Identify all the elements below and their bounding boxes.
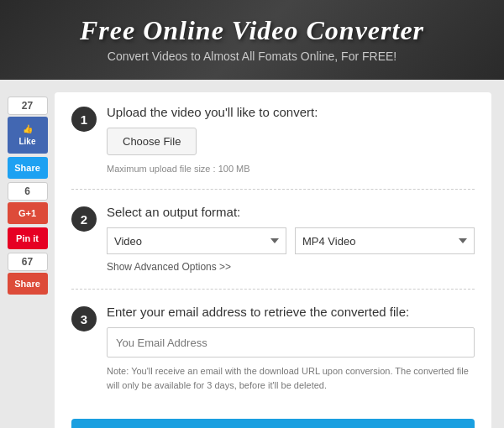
step-1: 1 Upload the video you'll like to conver…: [71, 105, 475, 174]
like-group: 27 👍 Like: [8, 97, 48, 154]
step-2-title: Select an output format:: [107, 205, 475, 219]
step-1-title: Upload the video you'll like to convert:: [107, 105, 475, 119]
share-button[interactable]: Share: [8, 273, 48, 295]
gplus-group: 6 G+1: [8, 182, 48, 224]
step-divider-1: [71, 189, 475, 190]
like-count: 27: [8, 97, 48, 115]
thumb-icon: 👍: [23, 124, 33, 133]
content-panel: 1 Upload the video you'll like to conver…: [55, 92, 491, 428]
share-label: Share: [14, 279, 40, 289]
step-1-content: Upload the video you'll like to convert:…: [107, 105, 475, 174]
step-3-number: 3: [71, 306, 97, 331]
file-size-note: Maximum upload file size : 100 MB: [107, 164, 475, 174]
step-3-title: Enter your email address to retrieve the…: [107, 305, 475, 319]
step-3: 3 Enter your email address to retrieve t…: [71, 305, 475, 404]
email-input[interactable]: [107, 327, 475, 358]
share-count: 67: [8, 253, 48, 271]
pinterest-group: Pin it: [8, 227, 48, 249]
choose-file-button[interactable]: Choose File: [107, 128, 197, 155]
facebook-like-button[interactable]: 👍 Like: [8, 117, 48, 154]
format-row: Video Audio Image MP4 Video AVI Video MO…: [107, 227, 475, 254]
twitter-share-button[interactable]: Share: [8, 157, 48, 179]
format-codec-select[interactable]: MP4 Video AVI Video MOV Video MKV Video …: [295, 227, 475, 254]
share-group: 67 Share: [8, 253, 48, 295]
convert-button[interactable]: Convert: [71, 419, 475, 428]
pinterest-label: Pin it: [16, 233, 39, 243]
tweet-group: Share: [8, 157, 48, 179]
step-3-content: Enter your email address to retrieve the…: [107, 305, 475, 404]
step-2-number: 2: [71, 206, 97, 232]
step-divider-2: [71, 289, 475, 290]
social-sidebar: 27 👍 Like Share 6 G+1 Pin it 67: [0, 92, 55, 428]
page-header: Free Online Video Converter Convert Vide…: [0, 0, 504, 80]
tweet-label: Share: [14, 163, 40, 173]
page-title: Free Online Video Converter: [17, 15, 487, 46]
gplus-label: G+1: [18, 208, 36, 218]
main-wrapper: 27 👍 Like Share 6 G+1 Pin it 67: [0, 80, 504, 428]
step-2-content: Select an output format: Video Audio Ima…: [107, 205, 475, 274]
step-2: 2 Select an output format: Video Audio I…: [71, 205, 475, 274]
format-type-select[interactable]: Video Audio Image: [107, 227, 286, 254]
gplus-count: 6: [8, 182, 48, 201]
step-1-number: 1: [71, 107, 97, 132]
email-note: Note: You'll receive an email with the d…: [107, 364, 475, 392]
like-label: Like: [18, 137, 35, 146]
advanced-options-link[interactable]: Show Advanced Options >>: [107, 261, 231, 273]
page-subtitle: Convert Videos to Almost All Fomats Onli…: [17, 50, 487, 63]
gplus-button[interactable]: G+1: [8, 202, 48, 224]
pinterest-button[interactable]: Pin it: [8, 227, 48, 249]
